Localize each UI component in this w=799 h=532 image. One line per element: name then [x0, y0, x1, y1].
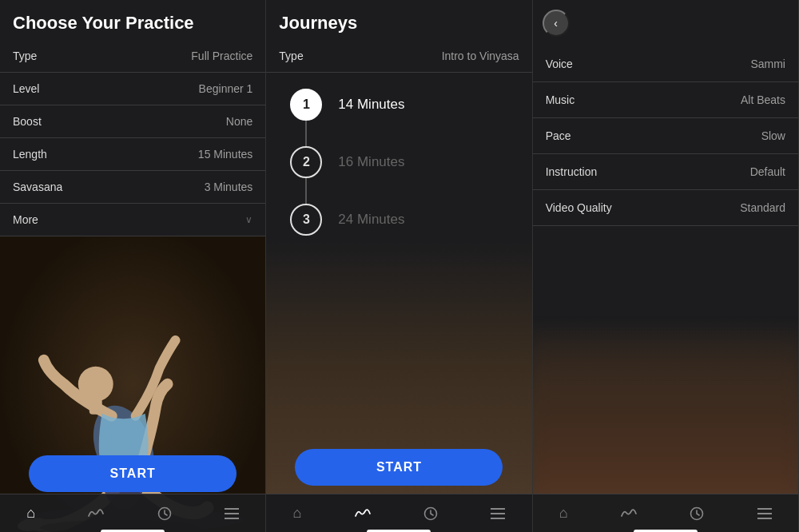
panel3-settings-list: Voice Sammi Music Alt Beats Pace Slow In…	[533, 46, 798, 226]
setting-label-level: Level	[13, 82, 39, 95]
panel1-bottom-nav: ⌂	[0, 494, 265, 532]
setting-row-boost[interactable]: Boost None	[0, 105, 265, 138]
panel2-nav-home-icon[interactable]: ⌂	[293, 505, 302, 522]
setting-label-instruction: Instruction	[546, 165, 598, 178]
setting-row-length[interactable]: Length 15 Minutes	[0, 138, 265, 171]
panel2-header: Journeys	[266, 0, 531, 40]
panel1-start-container: START	[0, 455, 265, 492]
journey-step-2[interactable]: 2 16 Minutes	[290, 146, 404, 178]
journey-steps-container: 1 14 Minutes 2 16 Minutes 3 24 Minutes	[266, 73, 531, 252]
panel2-type-value: Intro to Vinyasa	[442, 50, 519, 62]
setting-label-voice: Voice	[546, 58, 573, 70]
setting-value-voice: Sammi	[750, 58, 785, 70]
nav-stats-icon[interactable]	[88, 508, 104, 519]
setting-label-video-quality: Video Quality	[546, 201, 612, 214]
setting-label-boost: Boost	[13, 115, 42, 128]
setting-row-video-quality[interactable]: Video Quality Standard	[533, 190, 798, 226]
setting-value-type: Full Practice	[191, 50, 252, 62]
panel1-start-button[interactable]: START	[29, 455, 237, 492]
chevron-down-icon: ∨	[245, 214, 252, 225]
journey-step-3[interactable]: 3 24 Minutes	[290, 204, 404, 236]
step-duration-1: 14 Minutes	[338, 97, 404, 113]
setting-row-level[interactable]: Level Beginner 1	[0, 73, 265, 105]
setting-row-more[interactable]: More ∨	[0, 204, 265, 236]
step-duration-3: 24 Minutes	[338, 212, 404, 228]
panel-journeys: Journeys Type Intro to Vinyasa 1 14 Minu…	[266, 0, 532, 532]
panel3-background	[533, 226, 798, 532]
setting-value-savasana: 3 Minutes	[205, 181, 253, 193]
back-button[interactable]: ‹	[543, 10, 570, 37]
step-duration-2: 16 Minutes	[338, 154, 404, 170]
panel3-nav-stats-icon[interactable]	[621, 508, 637, 519]
panel2-main-area: 1 14 Minutes 2 16 Minutes 3 24 Minutes S…	[266, 73, 531, 532]
step-connector-2-3	[305, 177, 307, 205]
setting-label-type: Type	[13, 50, 37, 62]
panel-choose-practice: Choose Your Practice Type Full Practice …	[0, 0, 266, 532]
panel1-header: Choose Your Practice	[0, 0, 265, 40]
panel-settings: ‹ Voice Sammi Music Alt Beats Pace Slow …	[533, 0, 799, 532]
panel3-bottom-nav: ⌂	[533, 494, 798, 532]
panel2-nav-menu-icon[interactable]	[491, 508, 505, 519]
setting-row-voice[interactable]: Voice Sammi	[533, 46, 798, 82]
step-circle-3: 3	[290, 204, 322, 236]
setting-label-pace: Pace	[546, 129, 571, 142]
setting-value-video-quality: Standard	[740, 201, 785, 214]
nav-history-icon[interactable]	[157, 506, 172, 521]
setting-row-music[interactable]: Music Alt Beats	[533, 82, 798, 118]
nav-menu-icon[interactable]	[225, 508, 239, 519]
setting-row-type[interactable]: Type Full Practice	[0, 40, 265, 73]
setting-value-length: 15 Minutes	[198, 148, 252, 161]
panel2-nav-history-icon[interactable]	[423, 506, 438, 521]
setting-row-pace[interactable]: Pace Slow	[533, 118, 798, 154]
panel2-bottom-nav: ⌂	[266, 494, 531, 532]
setting-label-length: Length	[13, 148, 47, 161]
yoga-image-area: START	[0, 236, 265, 532]
panel2-type-row[interactable]: Type Intro to Vinyasa	[266, 40, 531, 73]
setting-row-instruction[interactable]: Instruction Default	[533, 154, 798, 190]
journey-step-1[interactable]: 1 14 Minutes	[290, 89, 404, 121]
setting-value-level: Beginner 1	[199, 82, 253, 95]
nav-home-icon[interactable]: ⌂	[26, 505, 35, 522]
setting-value-instruction: Default	[750, 165, 785, 178]
step-circle-1: 1	[290, 89, 322, 121]
panel2-start-button[interactable]: START	[295, 449, 503, 486]
setting-label-savasana: Savasana	[13, 181, 62, 193]
panel3-nav-menu-icon[interactable]	[757, 508, 772, 519]
setting-label-more: More	[13, 213, 38, 226]
setting-value-pace: Slow	[761, 129, 785, 142]
step-connector-1-2	[305, 119, 307, 148]
setting-value-boost: None	[226, 115, 252, 128]
panel2-title: Journeys	[279, 13, 519, 34]
panel3-nav-home-icon[interactable]: ⌂	[559, 505, 568, 522]
panel1-settings-list: Type Full Practice Level Beginner 1 Boos…	[0, 40, 265, 236]
setting-row-savasana[interactable]: Savasana 3 Minutes	[0, 171, 265, 204]
panel3-nav-history-icon[interactable]	[690, 506, 704, 521]
setting-value-music: Alt Beats	[741, 93, 785, 106]
panel2-nav-stats-icon[interactable]	[355, 508, 371, 519]
panel2-type-label: Type	[279, 50, 303, 62]
step-circle-2: 2	[290, 146, 322, 178]
panel2-start-container: START	[266, 449, 531, 486]
panel1-title: Choose Your Practice	[13, 13, 252, 34]
setting-label-music: Music	[546, 93, 575, 106]
